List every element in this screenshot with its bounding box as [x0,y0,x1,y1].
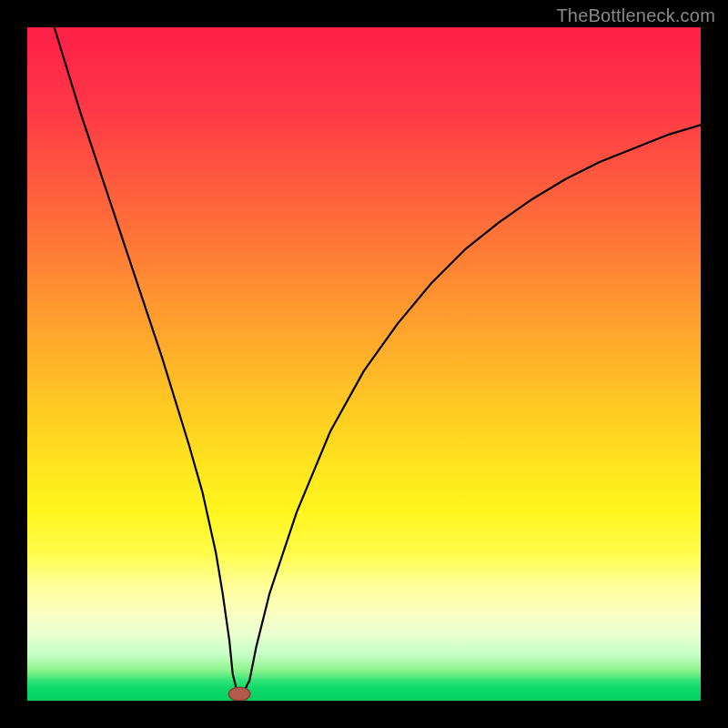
chart-frame: TheBottleneck.com [0,0,728,728]
watermark-text: TheBottleneck.com [556,5,715,26]
plot-area [27,27,701,701]
minimum-marker [228,687,250,701]
marker-layer [27,27,701,701]
